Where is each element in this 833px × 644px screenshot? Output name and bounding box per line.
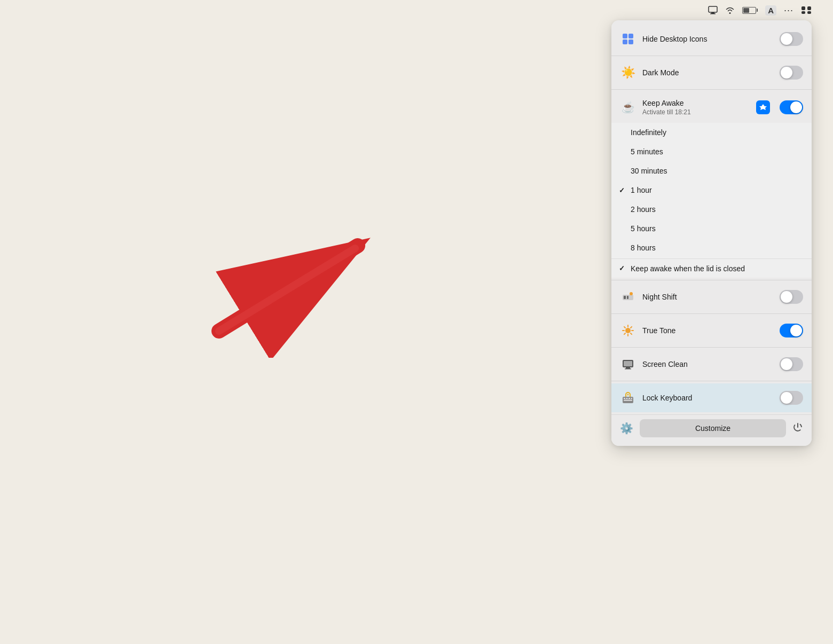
lock-keyboard-row[interactable]: Lock Keyboard [611,383,812,412]
screen-clean-toggle[interactable] [780,357,803,371]
dropdown-menu: Indefinitely 5 minutes 30 minutes 1 hour… [611,123,812,278]
hide-desktop-icons-title: Hide Desktop Icons [642,35,773,44]
svg-rect-9 [623,40,627,44]
divider-6 [611,381,812,381]
screen-clean-icon [620,356,636,372]
font-icon[interactable]: A [765,5,776,15]
coffee-icon: ☕ [620,99,636,115]
screen-mirror-icon[interactable] [708,6,718,14]
svg-rect-31 [628,398,630,399]
svg-rect-0 [709,6,717,12]
keep-awake-toggle[interactable] [780,100,803,114]
keep-awake-subtitle: Activate till 18:21 [642,108,750,116]
lid-closed-label: Keep awake when the lid is closed [631,264,745,273]
screen-clean-text: Screen Clean [642,360,773,369]
power-icon[interactable] [792,422,803,435]
30-minutes-option[interactable]: 30 minutes [611,161,812,180]
2-hours-option[interactable]: 2 hours [611,200,812,219]
svg-rect-25 [624,361,632,366]
svg-line-23 [631,327,632,328]
toggle-knob [790,325,802,336]
lock-keyboard-icon [620,390,636,406]
divider-5 [611,347,812,348]
true-tone-title: True Tone [642,326,773,335]
toggle-knob [781,33,792,45]
svg-rect-3 [801,6,805,10]
keep-awake-text: Keep Awake Activate till 18:21 [642,99,750,116]
divider-4 [611,313,812,314]
svg-point-15 [625,328,631,333]
svg-rect-12 [624,296,626,299]
lock-keyboard-title: Lock Keyboard [642,394,773,403]
toggle-knob [781,358,792,370]
panel: Hide Desktop Icons ☀️ Dark Mode ☕ Keep A… [611,20,812,446]
lid-closed-option[interactable]: Keep awake when the lid is closed [611,258,812,278]
customize-button[interactable]: Customize [640,419,786,437]
svg-rect-8 [628,34,633,38]
svg-line-20 [624,327,625,328]
sun-icon: ☀️ [620,65,636,81]
5-hours-option[interactable]: 5 hours [611,219,812,238]
wifi-icon[interactable] [725,6,735,14]
8-hours-option[interactable]: 8 hours [611,238,812,257]
toggle-knob [781,67,792,78]
lock-keyboard-toggle[interactable] [780,391,803,405]
true-tone-row[interactable]: True Tone [611,316,812,345]
hide-desktop-icons-toggle[interactable] [780,32,803,46]
dark-mode-toggle[interactable] [780,66,803,80]
toggle-knob [781,291,792,303]
screen-clean-row[interactable]: Screen Clean [611,350,812,379]
svg-rect-2 [710,13,716,14]
2-hours-label: 2 hours [631,205,656,214]
30-minutes-label: 30 minutes [631,167,667,175]
8-hours-label: 8 hours [631,244,656,252]
svg-rect-6 [807,11,811,14]
dark-mode-row[interactable]: ☀️ Dark Mode [611,58,812,87]
control-center-icon[interactable] [801,6,812,14]
toggle-knob [781,392,792,404]
svg-rect-7 [623,34,627,38]
night-shift-text: Night Shift [642,293,773,302]
hide-desktop-icons-text: Hide Desktop Icons [642,35,773,44]
svg-rect-27 [625,368,631,370]
screen-clean-title: Screen Clean [642,360,773,369]
toggle-knob [790,101,802,113]
hide-desktop-icons-row[interactable]: Hide Desktop Icons [611,25,812,53]
indefinitely-label: Indefinitely [631,128,666,137]
keep-awake-badge[interactable] [756,100,770,114]
keep-awake-title: Keep Awake [642,99,750,108]
night-shift-title: Night Shift [642,293,773,302]
night-shift-toggle[interactable] [780,290,803,304]
true-tone-text: True Tone [642,326,773,335]
gear-icon[interactable]: ⚙️ [620,422,633,435]
5-minutes-label: 5 minutes [631,147,663,156]
1-hour-label: 1 hour [631,186,652,194]
svg-rect-33 [624,400,632,401]
bottom-bar: ⚙️ Customize [611,414,812,442]
night-shift-icon [620,289,636,305]
battery-icon[interactable] [742,7,758,14]
menubar: A ··· [0,0,833,20]
dark-mode-title: Dark Mode [642,68,773,77]
keep-awake-row[interactable]: ☕ Keep Awake Activate till 18:21 [611,92,812,123]
true-tone-icon [620,323,636,339]
svg-rect-10 [628,40,633,44]
svg-point-34 [627,394,629,396]
divider-1 [611,56,812,56]
svg-rect-4 [807,6,811,10]
svg-rect-29 [624,398,625,399]
night-shift-row[interactable]: Night Shift [611,282,812,311]
svg-rect-13 [627,296,628,299]
ellipsis-icon[interactable]: ··· [784,5,793,16]
indefinitely-option[interactable]: Indefinitely [611,123,812,142]
1-hour-option[interactable]: 1 hour [611,180,812,200]
svg-rect-32 [631,398,633,399]
svg-point-14 [630,292,633,295]
divider-3 [611,280,812,280]
true-tone-toggle[interactable] [780,324,803,337]
5-minutes-option[interactable]: 5 minutes [611,142,812,161]
svg-rect-5 [801,11,805,14]
5-hours-label: 5 hours [631,224,656,233]
annotation-arrow [176,176,475,358]
svg-line-22 [624,333,625,334]
